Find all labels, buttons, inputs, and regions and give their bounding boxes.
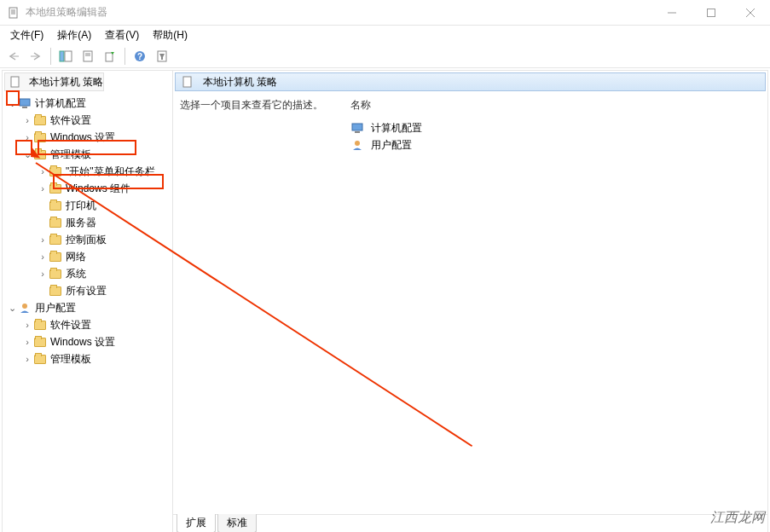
tree-item-start-taskbar[interactable]: ›"开始"菜单和任务栏 bbox=[3, 163, 172, 180]
menu-action[interactable]: 操作(A) bbox=[50, 26, 98, 44]
tree-item-all-settings[interactable]: 所有设置 bbox=[3, 282, 172, 299]
user-icon bbox=[18, 301, 32, 315]
expand-toggle[interactable]: › bbox=[21, 354, 33, 364]
svg-rect-24 bbox=[352, 124, 362, 130]
tree-item-windows-settings[interactable]: ›Windows 设置 bbox=[3, 129, 172, 146]
expand-toggle[interactable]: › bbox=[37, 252, 49, 262]
nav-forward-button[interactable] bbox=[26, 46, 46, 66]
maximize-button[interactable] bbox=[692, 0, 731, 26]
svg-rect-21 bbox=[22, 107, 27, 108]
svg-point-26 bbox=[355, 141, 360, 146]
tree-label: 用户配置 bbox=[35, 301, 76, 315]
tree-item-windows-components[interactable]: ›Windows 组件 bbox=[3, 180, 172, 197]
column-header-name[interactable]: 名称 bbox=[350, 98, 761, 113]
tree-item-user-admin-templates[interactable]: ›管理模板 bbox=[3, 350, 172, 367]
folder-icon bbox=[49, 233, 62, 246]
tree-item-admin-templates[interactable]: ⌄管理模板 bbox=[3, 146, 172, 163]
folder-icon bbox=[49, 199, 62, 212]
tab-extended[interactable]: 扩展 bbox=[177, 514, 216, 532]
expand-toggle[interactable]: › bbox=[21, 115, 33, 125]
tab-standard[interactable]: 标准 bbox=[217, 514, 257, 532]
folder-icon bbox=[33, 318, 47, 332]
expand-toggle[interactable]: › bbox=[21, 132, 33, 142]
window-controls bbox=[652, 0, 770, 26]
tree-label: 管理模板 bbox=[50, 147, 91, 162]
properties-button[interactable] bbox=[78, 46, 98, 66]
filter-button[interactable] bbox=[152, 46, 172, 66]
policy-icon bbox=[181, 75, 194, 89]
menubar: 文件(F) 操作(A) 查看(V) 帮助(H) bbox=[0, 26, 770, 44]
computer-icon bbox=[18, 96, 32, 110]
tree-item-servers[interactable]: 服务器 bbox=[3, 214, 172, 231]
tree-item-printers[interactable]: 打印机 bbox=[3, 197, 172, 214]
svg-rect-23 bbox=[183, 77, 191, 87]
close-button[interactable] bbox=[731, 0, 770, 26]
toolbar-separator bbox=[50, 48, 51, 65]
tree-label: 控制面板 bbox=[66, 233, 107, 247]
help-button[interactable]: ? bbox=[130, 46, 150, 66]
tree-label: 所有设置 bbox=[66, 284, 107, 298]
menu-file[interactable]: 文件(F) bbox=[3, 26, 50, 44]
toolbar: ? bbox=[0, 44, 770, 68]
tree-item-control-panel[interactable]: ›控制面板 bbox=[3, 231, 172, 248]
expand-toggle[interactable]: › bbox=[37, 183, 49, 194]
folder-icon bbox=[33, 352, 47, 366]
svg-rect-25 bbox=[355, 131, 360, 133]
tree-item-network[interactable]: ›网络 bbox=[3, 248, 172, 265]
tree-item-system[interactable]: ›系统 bbox=[3, 265, 172, 282]
export-button[interactable] bbox=[100, 46, 120, 66]
tree-item-software-settings[interactable]: ›软件设置 bbox=[3, 112, 172, 129]
details-content: 选择一个项目来查看它的描述。 名称 计算机配置 用户配置 bbox=[173, 98, 767, 514]
tree-body: ⌄ 计算机配置 ›软件设置 ›Windows 设置 ⌄管理模板 ›"开始"菜单和… bbox=[3, 93, 172, 369]
expand-toggle[interactable]: ⌄ bbox=[21, 149, 33, 160]
tree-item-user-software-settings[interactable]: ›软件设置 bbox=[3, 316, 172, 333]
expand-toggle[interactable]: › bbox=[37, 269, 49, 279]
svg-point-22 bbox=[22, 304, 27, 309]
folder-icon bbox=[49, 182, 62, 195]
svg-text:?: ? bbox=[137, 52, 142, 61]
expand-toggle[interactable]: › bbox=[21, 337, 33, 347]
policy-icon bbox=[9, 75, 22, 89]
tree-panel: 本地计算机 策略 ⌄ 计算机配置 ›软件设置 ›Windows 设置 ⌄管理模板… bbox=[3, 71, 173, 532]
titlebar: 本地组策略编辑器 bbox=[0, 0, 770, 26]
window-title: 本地组策略编辑器 bbox=[26, 5, 652, 20]
tree-label: 软件设置 bbox=[50, 113, 91, 128]
expand-toggle[interactable]: ⌄ bbox=[6, 303, 18, 314]
expand-toggle[interactable]: › bbox=[21, 320, 33, 330]
expand-toggle[interactable]: › bbox=[37, 166, 49, 176]
folder-icon bbox=[49, 165, 62, 178]
details-header: 本地计算机 策略 bbox=[175, 72, 766, 91]
tree-item-computer-config[interactable]: ⌄ 计算机配置 bbox=[3, 95, 172, 112]
expand-toggle[interactable]: ⌄ bbox=[6, 98, 18, 109]
computer-icon bbox=[350, 121, 364, 135]
nav-back-button[interactable] bbox=[3, 46, 24, 66]
main-split: 本地计算机 策略 ⌄ 计算机配置 ›软件设置 ›Windows 设置 ⌄管理模板… bbox=[2, 70, 768, 532]
svg-rect-11 bbox=[65, 51, 72, 61]
view-tabs: 扩展 标准 bbox=[173, 514, 767, 532]
tree-item-user-config[interactable]: ⌄ 用户配置 bbox=[3, 299, 172, 316]
show-tree-button[interactable] bbox=[55, 46, 76, 66]
list-item-computer-config[interactable]: 计算机配置 bbox=[350, 119, 761, 136]
tree-label: Windows 组件 bbox=[66, 182, 130, 196]
tree-label: Windows 设置 bbox=[50, 130, 115, 145]
tree-label: 服务器 bbox=[66, 216, 96, 230]
folder-icon bbox=[49, 250, 62, 263]
user-icon bbox=[350, 138, 364, 152]
tree-label: 软件设置 bbox=[50, 318, 91, 332]
tree-item-user-windows-settings[interactable]: ›Windows 设置 bbox=[3, 333, 172, 350]
folder-icon bbox=[49, 216, 62, 229]
tree-column-header[interactable]: 本地计算机 策略 bbox=[4, 72, 104, 91]
minimize-button[interactable] bbox=[652, 0, 692, 26]
menu-view[interactable]: 查看(V) bbox=[98, 26, 146, 44]
tree-label: 管理模板 bbox=[50, 352, 91, 367]
list-item-label: 计算机配置 bbox=[371, 121, 422, 136]
list-item-user-config[interactable]: 用户配置 bbox=[350, 136, 761, 153]
expand-toggle[interactable]: › bbox=[37, 234, 49, 245]
menu-help[interactable]: 帮助(H) bbox=[146, 26, 194, 44]
tree-label: "开始"菜单和任务栏 bbox=[66, 165, 155, 179]
svg-rect-5 bbox=[708, 9, 715, 16]
toolbar-separator bbox=[124, 48, 125, 65]
svg-rect-15 bbox=[106, 53, 113, 61]
folder-icon bbox=[33, 113, 47, 127]
list-item-label: 用户配置 bbox=[371, 138, 412, 153]
